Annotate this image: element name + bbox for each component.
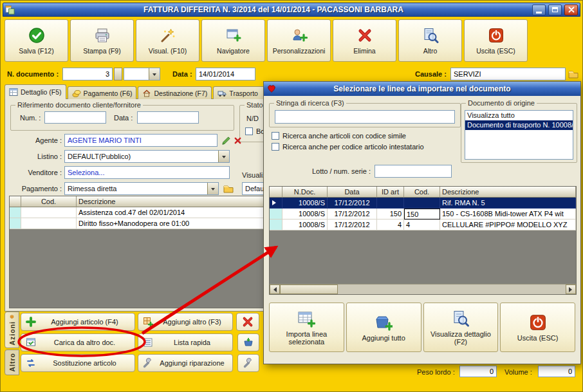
row-marker-cell[interactable] [270,198,282,209]
idart-cell[interactable]: 4 [377,219,404,230]
rif-data-input[interactable] [137,111,199,124]
uscita-button[interactable]: Uscita (ESC) [464,19,528,62]
descrizione-cell[interactable]: CELLULARE #PIPPO# MODELLO XYZ [440,219,576,230]
causale-input[interactable] [450,68,566,80]
lotto-input[interactable] [375,165,452,178]
idart-cell[interactable]: 150 [377,209,404,219]
attrezzi-button[interactable] [237,354,259,372]
salva-button[interactable]: Salva (F12) [5,19,68,62]
ndoc-cell[interactable]: 10008/S [282,209,328,219]
lista-rapida-button[interactable]: Lista rapida [138,333,233,351]
scroll-left-button[interactable] [270,285,280,294]
aggiungi-altro-button[interactable]: Aggiungi altro (F3) [138,313,233,331]
peso-lordo-input[interactable] [459,366,497,377]
causale-folder-icon[interactable] [567,68,580,80]
listino-combo[interactable]: DEFAULT(Pubblico) [64,150,230,163]
n-documento-suffix-combo[interactable] [124,68,160,80]
agente-edit-button[interactable] [220,135,232,146]
descrizione-cell[interactable]: 150 - CS-1608B Midi-tower ATX P4 wit [440,209,576,219]
data-input[interactable] [196,68,255,80]
origine-listbox[interactable]: Visualizza tutto Documento di trasporto … [465,110,573,160]
button-label: Sostituzione articolo [39,359,130,367]
visual-button[interactable]: Visual. (F10) [136,19,199,62]
window-titlebar[interactable]: FATTURA DIFFERITA N. 3/2014 del 14/01/20… [3,3,580,17]
ndoc-cell[interactable]: 10008/S [282,198,328,209]
minimize-button[interactable] [532,5,546,15]
save-check-icon [28,27,45,44]
scroll-thumb[interactable] [280,285,338,294]
scroll-track[interactable] [280,285,566,294]
list-item-selected[interactable]: Documento di trasporto N. 10008/S de [465,120,573,130]
ndoc-cell[interactable]: 10008/S [282,219,328,230]
data-cell[interactable]: 17/12/2012 [328,219,377,230]
cod-cell[interactable] [21,207,77,218]
sidebar-tab-azioni[interactable]: Azioni [5,312,19,348]
selected-row-arrow-icon [272,200,279,205]
checkbox-codice-intestatario[interactable]: Ricerca anche per codice articolo intest… [272,143,424,151]
visualizza-dettaglio-button[interactable]: Visualizza dettaglio (F2) [423,303,499,352]
grid-header-idart[interactable]: ID art [377,187,404,198]
cod-cell[interactable] [404,198,440,209]
checkbox-codice-simile[interactable]: Ricerca anche articoli con codice simile [272,132,406,140]
carrello-button[interactable] [237,333,259,351]
personalizzazioni-button[interactable]: Personalizzazioni [267,19,331,62]
uscita-dialog-button[interactable]: Uscita (ESC) [500,303,575,352]
n-documento-input[interactable] [62,68,113,80]
pagamento-folder-button[interactable] [222,182,235,195]
table-row-selected[interactable]: 10008/S 17/12/2012 Rif. RMA N. 5 [270,198,576,209]
tab-dettaglio[interactable]: Dettaglio (F5) [5,84,66,99]
list-item[interactable]: Visualizza tutto [465,111,573,120]
close-button[interactable] [564,5,578,15]
cod-cell[interactable]: 4 [404,219,440,230]
stampa-button[interactable]: Stampa (F9) [70,19,134,62]
agente-clear-button[interactable] [232,135,243,146]
venditore-field[interactable]: Seleziona... [64,166,230,179]
aggiungi-tutto-button[interactable]: Aggiungi tutto [346,303,421,352]
maximize-button[interactable] [548,5,562,15]
grid-header-marker[interactable] [270,187,282,198]
elimina-riga-button[interactable] [236,313,259,331]
dialog-titlebar[interactable]: Selezionare le linee da importare nel do… [264,82,580,96]
volume-input[interactable] [538,366,575,377]
grid-header-marker[interactable] [10,196,21,207]
search-input[interactable] [275,110,455,124]
row-marker-cell[interactable] [270,209,282,219]
idart-cell[interactable] [377,198,404,209]
altro-button[interactable]: Altro [398,19,462,62]
descrizione-cell[interactable]: Rif. RMA N. 5 [440,198,576,209]
grid-header-cod[interactable]: Cod. [21,196,77,207]
table-row[interactable]: 10008/S 17/12/2012 150 150 150 - CS-1608… [270,209,576,219]
sostituzione-articolo-button[interactable]: Sostituzione articolo [21,354,135,372]
pagamento-combo[interactable]: Rimessa diretta [64,182,219,195]
cod-cell[interactable] [21,218,77,229]
table-row[interactable]: 10008/S 17/12/2012 4 4 CELLULARE #PIPPO#… [270,219,576,230]
elimina-button[interactable]: Elimina [333,19,396,62]
row-marker-cell[interactable] [10,207,21,218]
grid-header-data[interactable]: Data [328,187,377,198]
data-cell[interactable]: 17/12/2012 [328,198,377,209]
scroll-right-button[interactable] [566,285,576,294]
navigatore-button[interactable]: Navigatore [201,19,265,62]
tab-pagamento[interactable]: Pagamento (F6) [68,86,137,99]
carica-da-altro-doc-button[interactable]: Carica da altro doc. [21,333,135,351]
button-label: Navigatore [217,47,250,55]
cod-cell-editing[interactable]: 150 [404,209,440,219]
n-documento-spin-button[interactable] [114,68,122,80]
row-marker-cell[interactable] [270,219,282,230]
app-window: FATTURA DIFFERITA N. 3/2014 del 14/01/20… [0,0,583,392]
importa-linea-button[interactable]: Importa linea selezionata [269,303,344,352]
aggiungi-articolo-button[interactable]: Aggiungi articolo (F4) [21,313,135,331]
sidebar-tab-altro[interactable]: Altro [5,350,19,375]
horizontal-scrollbar[interactable] [270,284,576,294]
row-marker-cell[interactable] [10,218,21,229]
grid-header-cod[interactable]: Cod. [404,187,440,198]
n-documento-suffix-value [124,68,149,80]
grid-header-ndoc[interactable]: N.Doc. [282,187,328,198]
tab-destinazione[interactable]: Destinazione (F7) [138,86,212,99]
data-cell[interactable]: 17/12/2012 [328,209,377,219]
agente-field[interactable]: AGENTE MARIO TINTI [64,134,217,147]
view-detail-icon [452,310,470,328]
grid-header-descrizione[interactable]: Descrizione [440,187,576,198]
aggiungi-riparazione-button[interactable]: Aggiungi riparazione [138,354,233,372]
num-input[interactable] [44,111,106,124]
